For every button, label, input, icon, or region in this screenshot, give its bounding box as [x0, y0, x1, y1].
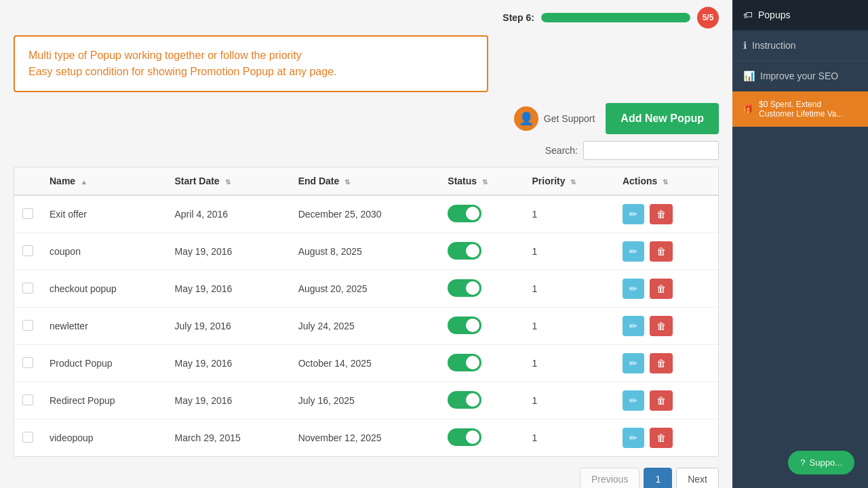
row-priority: 1: [524, 382, 614, 420]
add-popup-button[interactable]: Add New Popup: [606, 103, 719, 134]
status-toggle[interactable]: [448, 242, 481, 260]
previous-button[interactable]: Previous: [580, 468, 639, 488]
edit-button[interactable]: ✏: [623, 279, 644, 299]
sidebar: 🏷 Popups ℹ Instruction 📊 Improve your SE…: [732, 0, 868, 488]
row-priority: 1: [524, 195, 614, 233]
delete-button[interactable]: 🗑: [650, 390, 673, 411]
row-end-date: November 12, 2025: [290, 420, 440, 457]
status-toggle[interactable]: [448, 391, 481, 409]
edit-button[interactable]: ✏: [623, 316, 644, 336]
toggle-knob: [466, 319, 479, 332]
row-end-date: October 14, 2025: [290, 345, 440, 382]
edit-button[interactable]: ✏: [623, 390, 644, 411]
col-priority[interactable]: Priority ⇅: [524, 167, 614, 195]
sidebar-item-label: Instruction: [752, 40, 796, 51]
sidebar-item-instruction[interactable]: ℹ Instruction: [732, 30, 868, 61]
row-name: Exit offer: [41, 195, 166, 233]
row-status: [439, 345, 524, 382]
row-checkbox[interactable]: [22, 357, 33, 368]
edit-button[interactable]: ✏: [623, 241, 644, 262]
delete-button[interactable]: 🗑: [650, 428, 673, 448]
row-checkbox[interactable]: [22, 432, 33, 443]
progress-bar-fill: [541, 13, 690, 22]
col-start-date[interactable]: Start Date ⇅: [166, 167, 290, 195]
row-start-date: March 29, 2015: [166, 420, 290, 457]
popups-table: Name ▲ Start Date ⇅ End Date ⇅ Status ⇅ …: [14, 167, 719, 457]
col-name[interactable]: Name ▲: [41, 167, 166, 195]
row-checkbox[interactable]: [22, 208, 33, 219]
row-end-date: August 8, 2025: [290, 233, 440, 270]
sort-icon-status: ⇅: [482, 178, 488, 186]
info-box: Multi type of Popup working together or …: [14, 35, 488, 92]
sidebar-item-label: Improve your SEO: [760, 70, 838, 81]
row-checkbox[interactable]: [22, 283, 33, 293]
step-bar: Step 6: 5/5: [14, 0, 719, 35]
status-toggle[interactable]: [448, 317, 481, 334]
delete-button[interactable]: 🗑: [650, 279, 673, 299]
edit-button[interactable]: ✏: [623, 204, 644, 224]
search-input[interactable]: [583, 141, 719, 160]
row-priority: 1: [524, 233, 614, 270]
avatar: 👤: [514, 106, 538, 131]
info-line1: Multi type of Popup working together or …: [28, 49, 302, 61]
row-start-date: May 19, 2016: [166, 233, 290, 270]
table-row: checkout popup May 19, 2016 August 20, 2…: [14, 270, 718, 308]
row-end-date: July 16, 2025: [290, 382, 440, 420]
col-status[interactable]: Status ⇅: [439, 167, 524, 195]
top-actions: 👤 Get Support Add New Popup: [14, 103, 719, 134]
row-name: Product Popup: [41, 345, 166, 382]
sidebar-item-seo[interactable]: 📊 Improve your SEO: [732, 61, 868, 92]
status-toggle[interactable]: [448, 354, 481, 371]
row-actions: ✏ 🗑: [614, 270, 718, 308]
get-support[interactable]: 👤 Get Support: [514, 106, 595, 131]
toggle-knob: [466, 281, 479, 295]
col-actions[interactable]: Actions ⇅: [614, 167, 718, 195]
row-checkbox[interactable]: [22, 245, 33, 256]
row-actions: ✏ 🗑: [614, 195, 718, 233]
row-name: Redirect Popup: [41, 382, 166, 420]
table-row: coupon May 19, 2016 August 8, 2025 1 ✏ 🗑: [14, 233, 718, 270]
row-actions: ✏ 🗑: [614, 308, 718, 345]
delete-button[interactable]: 🗑: [650, 353, 673, 373]
row-start-date: May 19, 2016: [166, 270, 290, 308]
row-start-date: July 19, 2016: [166, 308, 290, 345]
row-end-date: July 24, 2025: [290, 308, 440, 345]
status-toggle[interactable]: [448, 279, 481, 297]
row-status: [439, 420, 524, 457]
edit-button[interactable]: ✏: [623, 353, 644, 373]
info-line2: Easy setup condition for showing Promoti…: [28, 66, 337, 77]
delete-button[interactable]: 🗑: [650, 316, 673, 336]
page-1-button[interactable]: 1: [644, 468, 672, 488]
row-checkbox-cell: [14, 233, 41, 270]
row-checkbox-cell: [14, 382, 41, 420]
table-row: Exit offer April 4, 2016 December 25, 20…: [14, 195, 718, 233]
sidebar-item-popups[interactable]: 🏷 Popups: [732, 0, 868, 30]
chart-icon: 📊: [743, 70, 755, 81]
toggle-knob: [466, 244, 479, 258]
support-button[interactable]: ? Suppo...: [788, 451, 854, 474]
row-status: [439, 233, 524, 270]
edit-button[interactable]: ✏: [623, 428, 644, 448]
table-row: Redirect Popup May 19, 2016 July 16, 202…: [14, 382, 718, 420]
row-start-date: April 4, 2016: [166, 195, 290, 233]
sidebar-item-label: Popups: [758, 9, 790, 20]
sort-icon-start: ⇅: [225, 178, 231, 186]
row-start-date: May 19, 2016: [166, 382, 290, 420]
row-checkbox-cell: [14, 195, 41, 233]
sort-icon-priority: ⇅: [570, 178, 576, 186]
delete-button[interactable]: 🗑: [650, 241, 673, 262]
table-row: Product Popup May 19, 2016 October 14, 2…: [14, 345, 718, 382]
col-end-date[interactable]: End Date ⇅: [290, 167, 440, 195]
sidebar-promo[interactable]: 🎁 $0 Spent. Extend Customer Lifetime Va.…: [732, 92, 868, 127]
row-checkbox-cell: [14, 308, 41, 345]
next-button[interactable]: Next: [676, 468, 719, 488]
row-checkbox[interactable]: [22, 320, 33, 331]
status-toggle[interactable]: [448, 205, 481, 222]
sort-icon-actions: ⇅: [663, 178, 668, 186]
toggle-knob: [466, 356, 479, 369]
status-toggle[interactable]: [448, 428, 481, 446]
row-checkbox[interactable]: [22, 394, 33, 405]
delete-button[interactable]: 🗑: [650, 204, 673, 224]
info-icon: ℹ: [743, 40, 747, 51]
toggle-knob: [466, 393, 479, 407]
